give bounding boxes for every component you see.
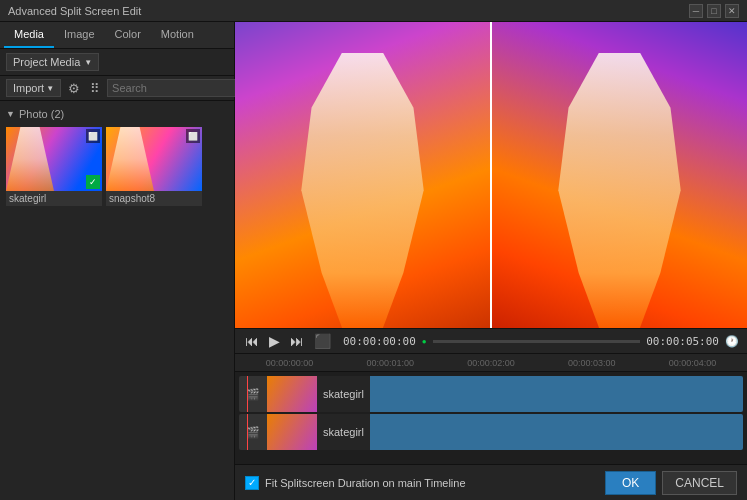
media-item-label: skategirl <box>6 191 102 206</box>
fit-duration-checkbox[interactable]: ✓ <box>245 476 259 490</box>
ruler-mark-4: 00:00:04:00 <box>642 358 743 368</box>
track-2-bar[interactable] <box>370 414 743 450</box>
import-dropdown-icon: ▼ <box>46 84 54 93</box>
track-2-label: skategirl <box>317 426 370 438</box>
window-title: Advanced Split Screen Edit <box>8 5 141 17</box>
time-end: 00:00:05:00 <box>646 335 719 348</box>
next-frame-button[interactable]: ⏭ <box>288 333 306 349</box>
titlebar: Advanced Split Screen Edit ─ □ ✕ <box>0 0 747 22</box>
playhead-1 <box>247 376 248 412</box>
media-content: ▼ Photo (2) ⬜ ✓ skategirl ⬜ <box>0 101 234 500</box>
progress-area[interactable] <box>433 340 640 343</box>
fit-duration-label: Fit Splitscreen Duration on main Timelin… <box>265 477 466 489</box>
left-panel: Media Image Color Motion Project Media ▼… <box>0 22 235 500</box>
preview-left <box>235 22 492 328</box>
maximize-button[interactable]: □ <box>707 4 721 18</box>
dropdown-arrow-icon: ▼ <box>84 58 92 67</box>
project-media-dropdown[interactable]: Project Media ▼ <box>6 53 99 71</box>
play-button[interactable]: ▶ <box>267 333 282 349</box>
girl-figure-left <box>261 53 465 328</box>
media-item-label2: snapshot8 <box>106 191 202 206</box>
chevron-down-icon: ▼ <box>6 109 15 119</box>
clock-icon: 🕐 <box>725 335 739 348</box>
ruler-mark-3: 00:00:03:00 <box>541 358 642 368</box>
ok-button[interactable]: OK <box>605 471 656 495</box>
minimize-button[interactable]: ─ <box>689 4 703 18</box>
timeline-tracks: 🎬 skategirl 🎬 skategirl <box>235 372 747 464</box>
search-input[interactable] <box>107 79 255 97</box>
bottom-bar: ✓ Fit Splitscreen Duration on main Timel… <box>235 464 747 500</box>
track-1-icon: 🎬 <box>239 376 267 412</box>
ruler-marks: 00:00:00:00 00:00:01:00 00:00:02:00 00:0… <box>235 358 747 368</box>
track-1-label: skategirl <box>317 388 370 400</box>
media-item-snapshot8[interactable]: ⬜ snapshot8 <box>106 127 202 206</box>
window-controls[interactable]: ─ □ ✕ <box>689 4 739 18</box>
main-layout: Media Image Color Motion Project Media ▼… <box>0 22 747 500</box>
thumb-corner-icon2: ⬜ <box>186 129 200 143</box>
tab-media[interactable]: Media <box>4 22 54 48</box>
tab-color[interactable]: Color <box>105 22 151 48</box>
transport-bar: ⏮ ▶ ⏭ ⬛ 00:00:00:00 ● 00:00:05:00 🕐 <box>235 328 747 354</box>
tab-bar: Media Image Color Motion <box>0 22 234 49</box>
rewind-button[interactable]: ⏮ <box>243 333 261 349</box>
timeline-ruler: 00:00:00:00 00:00:01:00 00:00:02:00 00:0… <box>235 354 747 372</box>
timecode-indicator: ● <box>422 337 427 346</box>
right-panel: ⏮ ▶ ⏭ ⬛ 00:00:00:00 ● 00:00:05:00 🕐 00:0… <box>235 22 747 500</box>
track-2: 🎬 skategirl <box>239 414 743 450</box>
thumb-check-icon: ✓ <box>86 175 100 189</box>
track-2-icon: 🎬 <box>239 414 267 450</box>
ruler-mark-2: 00:00:02:00 <box>441 358 542 368</box>
skategirl-thumbnail: ⬜ ✓ <box>6 127 102 191</box>
preview-right <box>492 22 747 328</box>
progress-bar[interactable] <box>433 340 640 343</box>
stop-button[interactable]: ⬛ <box>312 333 333 349</box>
preview-area <box>235 22 747 328</box>
timeline: 00:00:00:00 00:00:01:00 00:00:02:00 00:0… <box>235 354 747 464</box>
track-1: 🎬 skategirl <box>239 376 743 412</box>
action-buttons: OK CANCEL <box>605 471 737 495</box>
time-current: 00:00:00:00 <box>343 335 416 348</box>
playhead-2 <box>247 414 248 450</box>
media-item-skategirl[interactable]: ⬜ ✓ skategirl <box>6 127 102 206</box>
cancel-button[interactable]: CANCEL <box>662 471 737 495</box>
snapshot8-thumbnail: ⬜ <box>106 127 202 191</box>
import-button[interactable]: Import ▼ <box>6 79 61 97</box>
filter-icon[interactable]: ⚙ <box>65 80 83 97</box>
ruler-mark-0: 00:00:00:00 <box>239 358 340 368</box>
photo-section-header: ▼ Photo (2) <box>4 105 230 123</box>
project-media-row: Project Media ▼ <box>0 49 234 76</box>
media-grid: ⬜ ✓ skategirl ⬜ snapshot8 <box>4 123 230 210</box>
thumb-figure2 <box>106 127 154 191</box>
filter-row: Import ▼ ⚙ ⠿ 🔍 <box>0 76 234 101</box>
fit-duration-row: ✓ Fit Splitscreen Duration on main Timel… <box>245 476 466 490</box>
track-1-thumbnail <box>267 376 317 412</box>
split-preview <box>235 22 747 328</box>
thumb-corner-icon: ⬜ <box>86 129 100 143</box>
ruler-mark-1: 00:00:01:00 <box>340 358 441 368</box>
tab-image[interactable]: Image <box>54 22 105 48</box>
close-button[interactable]: ✕ <box>725 4 739 18</box>
tab-motion[interactable]: Motion <box>151 22 204 48</box>
thumb-figure <box>6 127 54 191</box>
track-1-bar[interactable] <box>370 376 743 412</box>
grid-view-icon[interactable]: ⠿ <box>87 80 103 97</box>
girl-figure-right <box>518 53 722 328</box>
track-2-thumbnail <box>267 414 317 450</box>
